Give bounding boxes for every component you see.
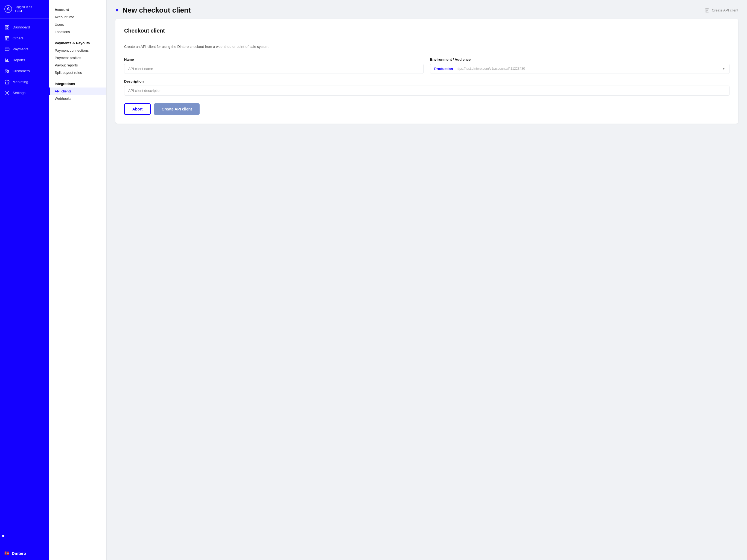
username: TEST (15, 9, 32, 13)
brand-flag: 🇳🇴 (4, 551, 9, 556)
panel-item-locations[interactable]: Locations (49, 28, 106, 35)
env-option-label: Production (434, 67, 453, 71)
header-action-label: Create API client (712, 8, 738, 12)
svg-point-15 (6, 69, 7, 71)
orders-icon (4, 35, 10, 41)
reports-icon (4, 57, 10, 63)
main-nav: Dashboard Orders Payments (0, 19, 49, 546)
panel-item-payment-profiles[interactable]: Payment profiles (49, 54, 106, 61)
form-group-name: Name (124, 57, 423, 74)
create-api-client-button[interactable]: Create API client (154, 103, 200, 115)
abort-button[interactable]: Abort (124, 103, 151, 115)
brand-logo: 🇳🇴 Dintero (0, 546, 49, 560)
settings-icon (4, 90, 10, 96)
name-input[interactable] (124, 64, 423, 74)
svg-rect-18 (705, 8, 709, 12)
env-selector[interactable]: Production https://test.dintero.com/v1/a… (430, 64, 729, 74)
dashboard-icon (4, 25, 10, 30)
svg-rect-2 (8, 25, 9, 27)
sidebar-item-settings[interactable]: Settings (0, 87, 49, 98)
content-card: Checkout client Create an API-client for… (115, 19, 738, 124)
card-title: Checkout client (124, 28, 729, 39)
svg-rect-9 (5, 48, 9, 51)
settings-indicator (2, 535, 4, 537)
panel-item-account-info[interactable]: Account info (49, 14, 106, 21)
env-label: Environment / Audience (430, 57, 729, 61)
svg-rect-3 (5, 28, 6, 29)
svg-point-0 (7, 8, 9, 9)
svg-rect-19 (706, 8, 708, 10)
svg-rect-20 (706, 10, 708, 12)
sidebar-item-label: Marketing (12, 80, 28, 84)
main-area: × New checkout client Create API client … (107, 0, 747, 560)
sidebar-item-label: Settings (12, 91, 25, 95)
sidebar-item-reports[interactable]: Reports (0, 55, 49, 66)
panel-section-account: Account Account info Users Locations (49, 5, 106, 35)
panel-section-payments: Payments & Payouts Payment connections P… (49, 39, 106, 76)
form-row-2: Description (124, 79, 729, 96)
panel-item-api-clients[interactable]: API clients (49, 87, 106, 95)
svg-point-16 (8, 70, 9, 72)
form-actions: Abort Create API client (124, 103, 729, 115)
sidebar-item-payments[interactable]: Payments (0, 44, 49, 55)
sidebar-item-dashboard[interactable]: Dashboard (0, 22, 49, 33)
form-row-1: Name Environment / Audience Production h… (124, 57, 729, 74)
sidebar: Logged in as TEST Dashboard Orders (0, 0, 49, 560)
payments-icon (4, 47, 10, 52)
sidebar-item-label: Customers (12, 69, 30, 73)
save-icon (705, 8, 710, 13)
sidebar-item-customers[interactable]: Customers (0, 66, 49, 77)
panel-item-users[interactable]: Users (49, 21, 106, 28)
page-header-left: × New checkout client (115, 6, 191, 15)
user-info: Logged in as TEST (15, 5, 32, 14)
svg-rect-4 (8, 28, 9, 29)
card-description: Create an API-client for using the Dinte… (124, 44, 729, 50)
close-button[interactable]: × (115, 7, 119, 14)
form-group-env: Environment / Audience Production https:… (430, 57, 729, 74)
section-title-integrations: Integrations (49, 80, 106, 87)
description-input[interactable] (124, 85, 729, 96)
svg-rect-5 (5, 36, 9, 40)
section-title-account: Account (49, 5, 106, 14)
panel-section-integrations: Integrations API clients Webhooks (49, 80, 106, 102)
panel-item-payment-connections[interactable]: Payment connections (49, 47, 106, 54)
avatar (4, 5, 12, 13)
panel-item-payout-reports[interactable]: Payout reports (49, 61, 106, 69)
user-profile[interactable]: Logged in as TEST (0, 0, 49, 19)
panel-item-split-payout-rules[interactable]: Split payout rules (49, 69, 106, 76)
sidebar-item-label: Orders (12, 36, 24, 40)
env-option-url: https://test.dintero.com/v1/accounts/P11… (456, 67, 720, 71)
description-label: Description (124, 79, 729, 83)
marketing-icon (4, 79, 10, 85)
sidebar-item-orders[interactable]: Orders (0, 33, 49, 44)
chevron-down-icon: ▼ (722, 67, 725, 71)
section-title-payments: Payments & Payouts (49, 39, 106, 47)
second-panel: Account Account info Users Locations Pay… (49, 0, 107, 560)
customers-icon (4, 68, 10, 74)
brand-name: Dintero (12, 551, 26, 556)
panel-item-webhooks[interactable]: Webhooks (49, 95, 106, 102)
sidebar-item-marketing[interactable]: Marketing (0, 77, 49, 87)
svg-rect-1 (5, 25, 6, 27)
sidebar-item-label: Payments (12, 47, 28, 51)
header-create-api-client[interactable]: Create API client (705, 8, 738, 13)
name-label: Name (124, 57, 423, 61)
page-header: × New checkout client Create API client (107, 0, 747, 19)
page-title: New checkout client (123, 6, 191, 15)
svg-point-17 (6, 93, 8, 94)
sidebar-item-label: Dashboard (12, 25, 30, 29)
sidebar-item-label: Reports (12, 58, 25, 62)
logged-in-label: Logged in as (15, 5, 32, 9)
form-group-description: Description (124, 79, 729, 96)
